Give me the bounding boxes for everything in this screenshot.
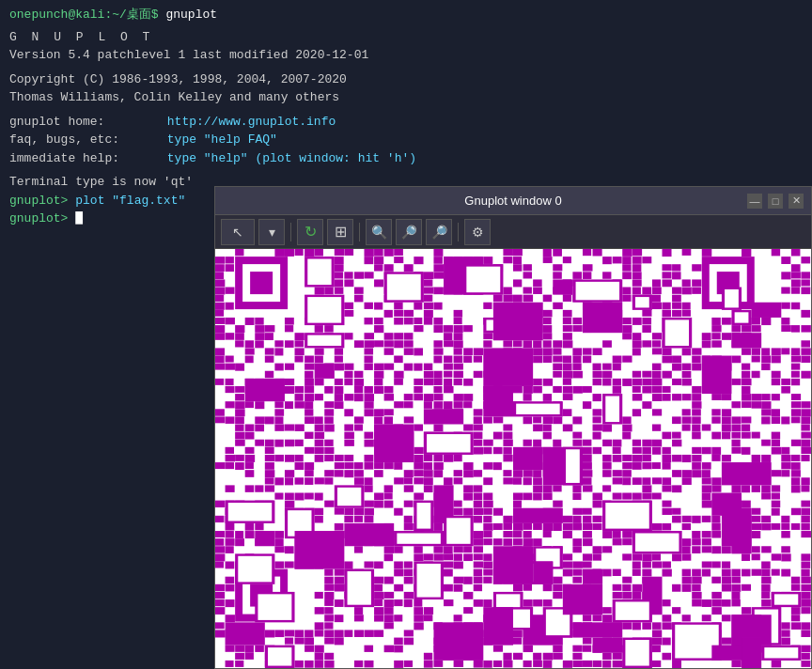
zoom-fit-button[interactable]: 🔎 xyxy=(426,219,452,245)
help-value: type "help" (plot window: hit 'h') xyxy=(167,151,416,165)
gnuplot-toolbar: ↖ ▾ ↻ ⊞ 🔍 🔍 🔎 ⚙ xyxy=(215,215,811,249)
toolbar-separator-3 xyxy=(458,223,459,241)
initial-prompt-line: onepunch@kali:~/桌面$ gnuplot xyxy=(9,6,803,24)
faq-value: type "help FAQ" xyxy=(167,132,277,147)
restore-button[interactable]: □ xyxy=(768,194,783,209)
refresh-icon: ↻ xyxy=(304,223,317,241)
toolbar-separator-1 xyxy=(290,223,291,241)
minimize-button[interactable]: — xyxy=(747,194,762,209)
gnuplot-plot-command: plot "flag.txt" xyxy=(75,194,185,208)
dropdown-button[interactable]: ▾ xyxy=(258,219,285,245)
grid-button[interactable]: ⊞ xyxy=(327,219,353,245)
help-label: immediate help: xyxy=(9,149,160,168)
version-text: Version 5.4 patchlevel 1 last modified 2… xyxy=(9,48,368,62)
gnuplot-prompt-2: gnuplot> xyxy=(9,211,68,226)
grid-icon: ⊞ xyxy=(335,223,347,241)
gnuplot-title: G N U P L O T xyxy=(9,30,153,44)
zoom-in-icon: 🔍 xyxy=(371,225,387,240)
gnuplot-prompt-1: gnuplot> xyxy=(9,194,68,208)
initial-command: gnuplot xyxy=(165,8,217,22)
faq-line: faq, bugs, etc: type "help FAQ" xyxy=(9,131,803,149)
initial-prompt: onepunch@kali:~/桌面$ gnuplot xyxy=(9,8,217,22)
status-text: Terminal type is now 'qt' xyxy=(9,175,193,189)
home-label: gnuplot home: xyxy=(9,113,160,132)
gnuplot-window-title: Gnuplot window 0 xyxy=(279,194,747,208)
settings-button[interactable]: ⚙ xyxy=(464,219,491,245)
copyright-line: Copyright (C) 1986-1993, 1998, 2004, 200… xyxy=(9,70,803,89)
arrow-icon: ↖ xyxy=(232,225,243,240)
home-line: gnuplot home: http://www.gnuplot.info xyxy=(9,113,803,132)
close-button[interactable]: ✕ xyxy=(789,194,804,209)
home-value: http://www.gnuplot.info xyxy=(167,115,336,129)
gnuplot-titlebar: Gnuplot window 0 — □ ✕ xyxy=(215,187,811,215)
authors-line: Thomas Williams, Colin Kelley and many o… xyxy=(9,88,803,107)
zoom-out-icon: 🔍 xyxy=(401,225,417,240)
titlebar-controls: — □ ✕ xyxy=(747,194,804,209)
gnuplot-cursor: █ xyxy=(75,211,83,226)
zoom-in-button[interactable]: 🔍 xyxy=(366,219,392,245)
faq-label: faq, bugs, etc: xyxy=(9,131,160,149)
qr-plot-canvas xyxy=(215,249,811,668)
arrow-tool-button[interactable]: ↖ xyxy=(221,219,255,245)
toolbar-separator-2 xyxy=(359,223,360,241)
plot-area: 300 250 200 150 100 50 0 "flag.txt" + xyxy=(215,249,811,668)
version-line: Version 5.4 patchlevel 1 last modified 2… xyxy=(9,46,803,65)
help-line: immediate help: type "help" (plot window… xyxy=(9,149,803,168)
gear-icon: ⚙ xyxy=(472,225,484,240)
zoom-fit-icon: 🔎 xyxy=(431,225,447,240)
gnuplot-window: Gnuplot window 0 — □ ✕ ↖ ▾ ↻ ⊞ 🔍 🔍 🔎 xyxy=(214,186,812,669)
username-host: onepunch@kali:~/桌面$ xyxy=(9,8,159,22)
refresh-button[interactable]: ↻ xyxy=(297,219,323,245)
chevron-down-icon: ▾ xyxy=(269,225,275,240)
zoom-out-button[interactable]: 🔍 xyxy=(396,219,422,245)
authors-text: Thomas Williams, Colin Kelley and many o… xyxy=(9,90,339,104)
copyright-text: Copyright (C) 1986-1993, 1998, 2004, 200… xyxy=(9,72,347,86)
gnuplot-title-line: G N U P L O T xyxy=(9,28,803,47)
